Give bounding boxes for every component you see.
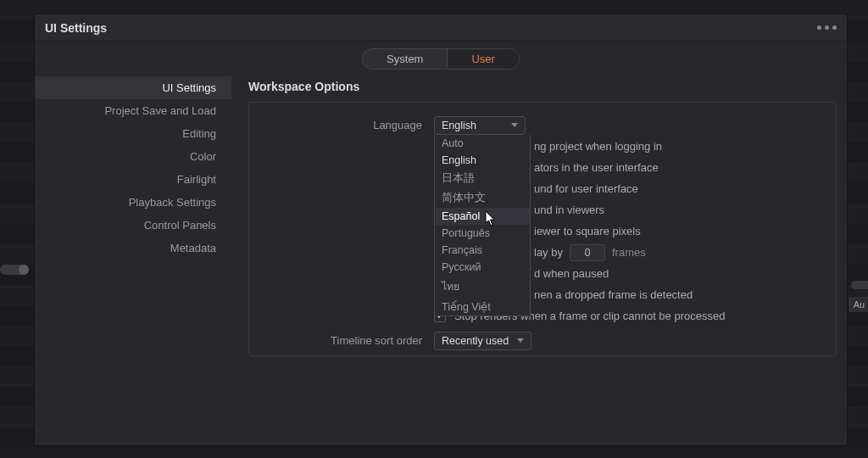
sidebar-item-playback[interactable]: Playback Settings xyxy=(35,191,231,214)
language-option-portuguese[interactable]: Português xyxy=(435,225,530,242)
titlebar: UI Settings xyxy=(35,14,847,42)
checkbox-text-1: ng project when logging in xyxy=(534,140,662,153)
background-pill-fragment xyxy=(851,281,868,289)
section-title: Workspace Options xyxy=(248,80,837,93)
chevron-down-icon xyxy=(517,338,524,343)
language-option-french[interactable]: Français xyxy=(435,242,530,259)
language-option-japanese[interactable]: 日本語 xyxy=(435,169,530,188)
timeline-sort-label: Timeline sort order xyxy=(264,334,434,347)
settings-window: UI Settings System User UI Settings Proj… xyxy=(34,14,848,446)
chevron-down-icon xyxy=(511,123,518,127)
sidebar-item-color[interactable]: Color xyxy=(35,145,231,168)
language-option-english[interactable]: English xyxy=(435,152,530,169)
sidebar-item-ui-settings[interactable]: UI Settings xyxy=(35,76,231,99)
sidebar-item-editing[interactable]: Editing xyxy=(35,122,231,145)
dropped-text: nen a dropped frame is detected xyxy=(534,288,693,301)
language-option-russian[interactable]: Русский xyxy=(435,259,530,276)
background-button-fragment[interactable]: Au xyxy=(849,297,868,312)
system-user-segmented: System User xyxy=(362,48,520,70)
sidebar-item-project-save[interactable]: Project Save and Load xyxy=(35,99,231,122)
sidebar-item-metadata[interactable]: Metadata xyxy=(35,237,231,260)
checkbox-text-2: ators in the user interface xyxy=(534,161,659,174)
language-select-value: English xyxy=(442,120,476,131)
delay-prefix: lay by xyxy=(534,246,563,259)
language-select[interactable]: English xyxy=(434,116,526,135)
language-option-vietnamese[interactable]: Tiếng Việt xyxy=(435,298,530,316)
background-slider-stub xyxy=(0,265,29,275)
content-area: UI Settings Project Save and Load Editin… xyxy=(35,75,847,445)
delay-unit: frames xyxy=(612,246,646,259)
sidebar-item-fairlight[interactable]: Fairlight xyxy=(35,168,231,191)
window-title: UI Settings xyxy=(45,21,107,35)
language-dropdown-list: Auto English 日本語 简体中文 Español Português … xyxy=(434,135,531,316)
paused-text: d when paused xyxy=(534,267,609,280)
language-option-spanish[interactable]: Español xyxy=(435,208,530,225)
workspace-options-panel: Language English Auto English 日本語 简体中文 E… xyxy=(248,102,837,356)
tab-system[interactable]: System xyxy=(363,49,447,69)
checkbox-text-3: und for user interface xyxy=(534,182,638,195)
checkbox-text-4: und in viewers xyxy=(534,204,604,216)
sidebar-item-control-panels[interactable]: Control Panels xyxy=(35,214,231,237)
language-label: Language xyxy=(264,119,434,131)
checkbox-text-5: iewer to square pixels xyxy=(534,225,641,237)
tab-user[interactable]: User xyxy=(447,49,518,69)
timeline-sort-value: Recently used xyxy=(442,335,509,347)
tab-row: System User xyxy=(35,42,847,75)
language-option-thai[interactable]: ไทย xyxy=(435,276,530,298)
delay-frames-input[interactable]: 0 xyxy=(570,244,605,261)
language-option-chinese[interactable]: 简体中文 xyxy=(435,188,530,208)
main-panel: Workspace Options Language English Auto … xyxy=(231,75,847,445)
timeline-sort-select[interactable]: Recently used xyxy=(434,332,531,350)
settings-sidebar: UI Settings Project Save and Load Editin… xyxy=(35,75,231,445)
language-option-auto[interactable]: Auto xyxy=(435,135,530,152)
window-options-icon[interactable] xyxy=(817,25,837,30)
